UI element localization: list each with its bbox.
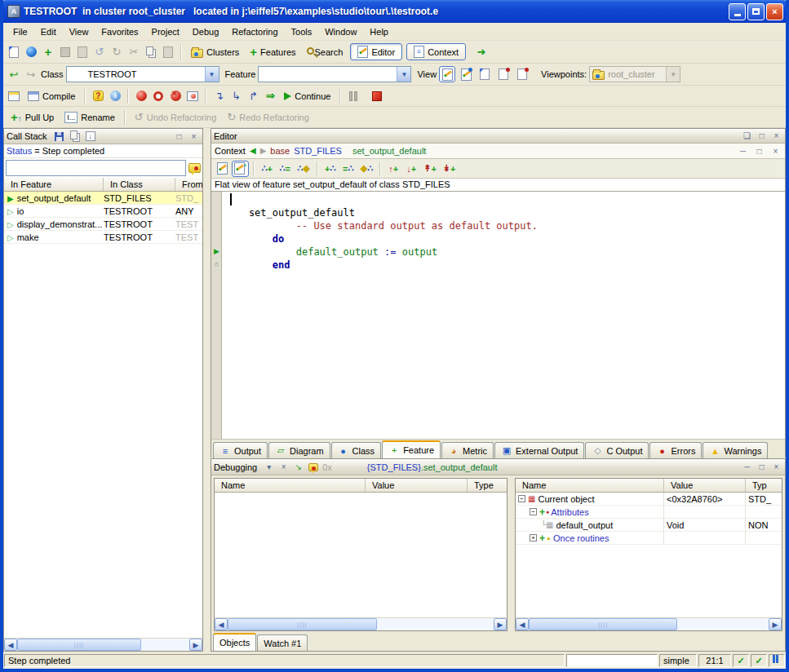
- call-stack-row[interactable]: ▶set_output_defaultSTD_FILESSTD_: [4, 192, 202, 205]
- redo-refactoring-button[interactable]: ↻ Redo Refactoring: [223, 110, 313, 124]
- copy-icon[interactable]: [144, 45, 158, 60]
- code-line[interactable]: [225, 193, 785, 206]
- menu-project[interactable]: Project: [145, 24, 186, 39]
- save-all-icon[interactable]: [75, 45, 90, 60]
- maximize-button[interactable]: [747, 3, 765, 20]
- code-gutter[interactable]: ▶○: [211, 192, 222, 439]
- import-stack-icon[interactable]: ↓: [84, 130, 97, 143]
- column-value[interactable]: Value: [366, 479, 468, 492]
- context-close-icon[interactable]: ×: [769, 145, 782, 157]
- creations-icon[interactable]: ◆∴: [358, 161, 375, 177]
- call-stack-row[interactable]: ▷display_demonstrat...TESTROOTTEST: [4, 218, 202, 231]
- breakpoint-remove-icon[interactable]: ×: [168, 89, 183, 104]
- debugging-close-icon[interactable]: ×: [770, 462, 782, 473]
- breadcrumb-feature[interactable]: set_output_default: [352, 146, 427, 156]
- context-minimize-icon[interactable]: ─: [737, 145, 749, 157]
- menu-file[interactable]: File: [7, 24, 34, 39]
- scroll-right-icon[interactable]: ▶: [769, 618, 782, 630]
- code-line[interactable]: set_output_default: [225, 206, 785, 219]
- object-tree-row[interactable]: −+●Attributes: [516, 506, 782, 519]
- undo-refactoring-button[interactable]: ↺ Undo Refactoring: [131, 110, 221, 124]
- view-contract-icon[interactable]: [495, 66, 512, 82]
- viewpoints-combobox[interactable]: root_cluster ▼: [589, 66, 680, 82]
- scroll-right-icon[interactable]: ▶: [494, 618, 507, 630]
- copy-stack-icon[interactable]: [69, 130, 82, 143]
- pull-up-button[interactable]: +↑ Pull Up: [7, 109, 58, 125]
- view-clickable-icon[interactable]: [458, 66, 474, 82]
- call-stack-hscrollbar[interactable]: ◀ |||| ▶: [4, 638, 202, 651]
- column-type[interactable]: Type: [468, 479, 507, 492]
- objects-hscrollbar[interactable]: ◀ |||| ▶: [516, 617, 782, 630]
- callers-icon[interactable]: ∴+: [259, 161, 275, 177]
- column-type[interactable]: Typ: [746, 479, 782, 492]
- menu-refactoring[interactable]: Refactoring: [225, 24, 284, 39]
- breadcrumb-cluster[interactable]: base: [270, 146, 290, 156]
- new-class-icon[interactable]: +: [41, 45, 55, 60]
- basic-text-view-icon[interactable]: [214, 161, 230, 177]
- tab-errors[interactable]: ●Errors: [649, 442, 702, 458]
- editor-close-icon[interactable]: ×: [770, 130, 782, 142]
- debugging-maximize-icon[interactable]: □: [756, 462, 768, 473]
- menu-debug[interactable]: Debug: [186, 24, 225, 39]
- suppliers-icon[interactable]: ↡+: [441, 161, 459, 177]
- breakpoints-window-icon[interactable]: [185, 89, 200, 104]
- stop-icon[interactable]: [370, 89, 384, 104]
- class-combobox-dropdown-icon[interactable]: ▼: [205, 67, 219, 82]
- column-name[interactable]: Name: [516, 479, 664, 492]
- call-stack-maximize-icon[interactable]: □: [173, 130, 185, 142]
- open-document-icon[interactable]: [24, 45, 38, 60]
- redo-icon[interactable]: ↻: [109, 45, 124, 60]
- pause-icon[interactable]: [346, 89, 361, 104]
- view-interface-icon[interactable]: [514, 66, 530, 82]
- context-forward-icon[interactable]: ▶: [260, 147, 267, 155]
- tab-watch-1[interactable]: Watch #1: [257, 634, 308, 651]
- callees-icon[interactable]: +∴: [322, 161, 339, 177]
- debugging-note-icon[interactable]: [307, 461, 320, 473]
- context-toggle-button[interactable]: ≡ Context: [406, 43, 466, 60]
- viewpoints-combobox-dropdown-icon[interactable]: ▼: [666, 67, 680, 82]
- debugging-minimize-icon[interactable]: ─: [741, 462, 753, 473]
- call-stack-row[interactable]: ▷ioTESTROOTANY: [4, 205, 202, 218]
- editor-float-icon[interactable]: ❏: [741, 130, 753, 142]
- clusters-button[interactable]: Clusters: [187, 45, 243, 60]
- breakpoint-slot-icon[interactable]: ○: [212, 259, 221, 270]
- undo-icon[interactable]: ↺: [92, 45, 107, 60]
- object-tree-row[interactable]: ++▲Once routines: [516, 532, 782, 545]
- save-stack-icon[interactable]: [53, 130, 66, 143]
- column-from[interactable]: From: [175, 178, 202, 191]
- step-out-icon[interactable]: ↱: [246, 89, 260, 104]
- debugging-close-tool-icon[interactable]: ×: [277, 462, 290, 473]
- step-into-icon[interactable]: ↳: [228, 89, 243, 104]
- tab-objects[interactable]: Objects: [213, 633, 256, 651]
- code-area[interactable]: ▶○ set_output_default -- Use standard ou…: [211, 192, 785, 439]
- new-document-icon[interactable]: [7, 45, 21, 60]
- tab-feature[interactable]: +Feature: [382, 440, 441, 458]
- debugging-dropdown-icon[interactable]: ▾: [263, 462, 275, 473]
- menu-favorites[interactable]: Favorites: [95, 24, 144, 39]
- debugging-relaunch-icon[interactable]: ↘: [292, 462, 304, 473]
- save-icon[interactable]: [58, 45, 73, 60]
- cut-icon[interactable]: ✂: [126, 45, 141, 60]
- tab-warnings[interactable]: ▲Warnings: [703, 442, 768, 458]
- features-button[interactable]: + Features: [246, 44, 299, 60]
- flat-view-icon[interactable]: +: [232, 161, 249, 177]
- scroll-left-icon[interactable]: ◀: [4, 639, 17, 651]
- history-back-icon[interactable]: ↩: [7, 67, 21, 82]
- tab-metric[interactable]: ◕Metric: [441, 442, 494, 458]
- code-line[interactable]: end: [225, 259, 785, 272]
- continue-button[interactable]: Continue: [280, 90, 335, 103]
- menu-tools[interactable]: Tools: [285, 24, 319, 39]
- column-in-class[interactable]: In Class: [104, 178, 175, 191]
- rename-button[interactable]: I... Rename: [60, 110, 119, 125]
- tab-output[interactable]: ≡Output: [213, 442, 268, 458]
- hex-toggle[interactable]: 0x: [322, 462, 332, 472]
- expand-toggle-icon[interactable]: −: [518, 495, 525, 502]
- object-tree-row[interactable]: └▦default_outputVoidNON: [516, 519, 782, 532]
- tab-class[interactable]: ●Class: [331, 442, 382, 458]
- editor-maximize-icon[interactable]: □: [756, 130, 768, 142]
- object-tree-row[interactable]: −▦Current object<0x32A8760>STD_: [516, 493, 782, 506]
- feature-combobox[interactable]: ▼: [258, 66, 411, 82]
- column-in-feature[interactable]: In Feature: [4, 178, 104, 191]
- compile-button[interactable]: Compile: [24, 90, 79, 103]
- call-stack-close-icon[interactable]: ×: [188, 130, 200, 142]
